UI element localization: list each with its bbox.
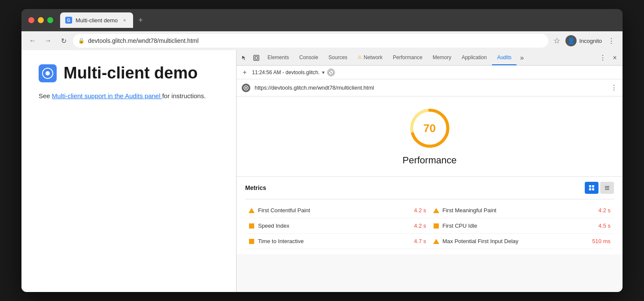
svg-point-7 bbox=[245, 87, 247, 89]
inspector-tool-button[interactable] bbox=[250, 52, 262, 64]
svg-rect-16 bbox=[605, 189, 609, 190]
new-tab-button[interactable]: + bbox=[135, 14, 146, 27]
fcp-icon bbox=[249, 208, 255, 214]
metrics-grid: First Contentful Paint 4.2 s First Meani… bbox=[245, 203, 614, 249]
tab-title: Multi-client demo bbox=[76, 17, 118, 24]
devtools-menu-button[interactable]: ⋮ bbox=[597, 52, 609, 64]
tab-application[interactable]: Application bbox=[456, 50, 492, 65]
minimize-traffic-light[interactable] bbox=[38, 17, 44, 23]
mpfid-icon bbox=[433, 238, 439, 244]
si-value: 4.2 s bbox=[414, 223, 426, 229]
page-area: Multi-client demo See Multi-client suppo… bbox=[21, 50, 236, 292]
devtools-secondary-bar: + 11:24:56 AM - devtools.glitch. ▾ bbox=[237, 66, 623, 79]
audit-url-row: https://devtools.glitch.me/wndt78/multic… bbox=[237, 79, 623, 96]
mpfid-name: Max Potential First Input Delay bbox=[443, 238, 589, 244]
svg-rect-15 bbox=[605, 188, 609, 189]
add-audit-button[interactable]: + bbox=[240, 68, 249, 77]
svg-rect-11 bbox=[592, 185, 594, 187]
devtools-close-button[interactable]: × bbox=[609, 52, 621, 64]
svg-rect-2 bbox=[254, 55, 259, 60]
metric-item-tti: Time to Interactive 4.7 s bbox=[245, 234, 430, 249]
svg-rect-3 bbox=[255, 57, 258, 59]
audit-more-button[interactable]: ⋮ bbox=[611, 84, 617, 92]
metrics-section: Metrics bbox=[237, 177, 623, 254]
audit-favicon bbox=[242, 84, 250, 92]
tab-elements[interactable]: Elements bbox=[262, 50, 294, 65]
page-description: See Multi-client support in the Audits p… bbox=[39, 91, 219, 101]
browser-window: G Multi-client demo × + ← → ↻ 🔒 devtools… bbox=[21, 9, 623, 292]
more-tabs-button[interactable]: » bbox=[516, 50, 527, 65]
bookmark-button[interactable]: ☆ bbox=[552, 34, 562, 47]
incognito-icon: 👤 bbox=[565, 35, 577, 46]
metrics-header: Metrics bbox=[245, 182, 614, 194]
devtools-toolbar: Elements Console Sources ⚠ Network Perfo… bbox=[237, 50, 623, 66]
svg-rect-12 bbox=[589, 188, 591, 190]
fcp-name: First Contentful Paint bbox=[258, 207, 410, 214]
url-dropdown[interactable]: ▾ bbox=[322, 69, 325, 75]
score-section: 70 Performance bbox=[237, 96, 623, 177]
score-circle: 70 bbox=[408, 107, 451, 150]
audit-timestamp: 11:24:56 AM - devtools.glitch. bbox=[252, 69, 319, 75]
si-name: Speed Index bbox=[258, 223, 410, 229]
metric-item-fcp: First Contentful Paint 4.2 s bbox=[245, 203, 430, 218]
back-button[interactable]: ← bbox=[27, 35, 39, 47]
svg-rect-14 bbox=[605, 186, 609, 187]
cancel-audit-button[interactable] bbox=[327, 69, 335, 76]
tab-sources[interactable]: Sources bbox=[323, 50, 352, 65]
refresh-button[interactable]: ↻ bbox=[58, 35, 70, 47]
cursor-tool-button[interactable] bbox=[238, 52, 250, 64]
metric-item-mpfid: Max Potential First Input Delay 510 ms bbox=[430, 234, 614, 249]
svg-rect-13 bbox=[592, 188, 594, 190]
score-value: 70 bbox=[423, 122, 436, 135]
metrics-divider bbox=[245, 199, 614, 199]
devtools-panel: Elements Console Sources ⚠ Network Perfo… bbox=[236, 50, 623, 292]
page-title: Multi-client demo bbox=[64, 64, 197, 82]
network-warning-icon: ⚠ bbox=[358, 54, 362, 60]
browser-tab[interactable]: G Multi-client demo × bbox=[60, 12, 133, 28]
audits-panel-link[interactable]: Multi-client support in the Audits panel bbox=[52, 92, 162, 99]
si-icon bbox=[249, 223, 255, 229]
nav-bar: ← → ↻ 🔒 devtools.glitch.me/wndt78/multic… bbox=[21, 31, 623, 50]
tab-audits[interactable]: Audits bbox=[492, 50, 516, 65]
metric-item-fmp: First Meaningful Paint 4.2 s bbox=[430, 203, 614, 218]
tti-value: 4.7 s bbox=[414, 238, 426, 244]
tab-favicon: G bbox=[65, 17, 72, 24]
devtools-tabs: Elements Console Sources ⚠ Network Perfo… bbox=[262, 50, 597, 65]
metric-item-fci: First CPU Idle 4.5 s bbox=[430, 218, 614, 234]
tab-network[interactable]: ⚠ Network bbox=[352, 50, 388, 65]
fci-icon bbox=[433, 223, 439, 229]
tti-icon bbox=[249, 238, 255, 244]
fmp-icon bbox=[433, 208, 439, 214]
nav-actions: ☆ 👤 Incognito ⋮ bbox=[552, 34, 617, 47]
fcp-value: 4.2 s bbox=[414, 207, 426, 214]
main-content: Multi-client demo See Multi-client suppo… bbox=[21, 50, 623, 292]
traffic-lights bbox=[28, 17, 53, 23]
fmp-value: 4.2 s bbox=[598, 207, 611, 214]
page-logo bbox=[39, 64, 57, 82]
list-view-button[interactable] bbox=[600, 182, 614, 194]
page-header: Multi-client demo bbox=[39, 64, 219, 82]
desc-suffix: for instructions. bbox=[162, 92, 206, 99]
fci-name: First CPU Idle bbox=[443, 223, 595, 229]
tab-memory[interactable]: Memory bbox=[428, 50, 456, 65]
tab-console[interactable]: Console bbox=[294, 50, 323, 65]
forward-button[interactable]: → bbox=[42, 35, 54, 47]
audit-url-text: https://devtools.glitch.me/wndt78/multic… bbox=[255, 84, 606, 91]
svg-point-1 bbox=[46, 71, 50, 75]
svg-rect-10 bbox=[589, 185, 591, 187]
maximize-traffic-light[interactable] bbox=[47, 17, 53, 23]
chrome-menu-button[interactable]: ⋮ bbox=[605, 35, 617, 47]
incognito-label: Incognito bbox=[579, 38, 602, 44]
fmp-name: First Meaningful Paint bbox=[443, 207, 595, 214]
tti-name: Time to Interactive bbox=[258, 238, 410, 244]
title-bar: G Multi-client demo × + bbox=[21, 9, 623, 31]
tab-close-button[interactable]: × bbox=[121, 17, 128, 24]
grid-view-button[interactable] bbox=[585, 182, 598, 194]
close-traffic-light[interactable] bbox=[28, 17, 34, 23]
mpfid-value: 510 ms bbox=[592, 238, 611, 244]
dropdown-arrow-icon: ▾ bbox=[322, 69, 325, 75]
address-bar[interactable]: 🔒 devtools.glitch.me/wndt78/multiclient.… bbox=[73, 34, 548, 48]
svg-line-5 bbox=[330, 71, 332, 74]
tab-performance[interactable]: Performance bbox=[388, 50, 428, 65]
metric-item-si: Speed Index 4.2 s bbox=[245, 218, 430, 234]
